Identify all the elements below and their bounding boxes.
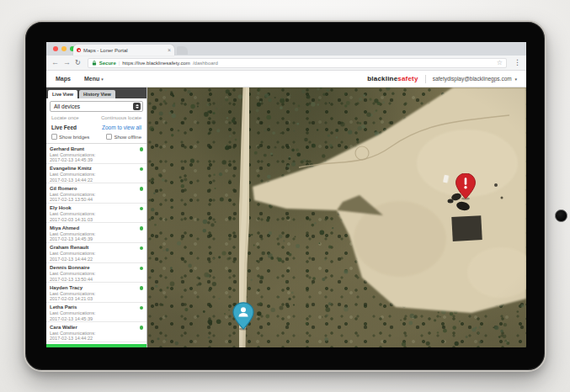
- bookmark-star-icon[interactable]: ☆: [497, 60, 503, 66]
- device-filter-select[interactable]: All devices: [50, 101, 143, 112]
- address-bar[interactable]: Secure | https://live.blacklinesafety.co…: [88, 58, 507, 68]
- user-pin[interactable]: [232, 302, 254, 331]
- tab-strip: Maps - Loner Portal ×: [46, 42, 526, 56]
- nav-menu[interactable]: Menu▾: [84, 76, 104, 82]
- status-online-dot: [140, 326, 144, 330]
- status-online-dot: [140, 147, 144, 151]
- tab-favicon-icon: [77, 48, 81, 52]
- satellite-map[interactable]: [147, 87, 526, 347]
- window-controls: [53, 46, 75, 51]
- select-arrows-icon: [133, 103, 141, 110]
- device-list: Gerhard Brunt Last Communications: 2017-…: [46, 143, 146, 347]
- url-separator: |: [119, 61, 120, 66]
- status-online-dot: [140, 286, 144, 290]
- browser-toolbar: ← → ↻ Secure | https://live.blacklinesaf…: [46, 56, 526, 71]
- stage: Maps - Loner Portal × ← → ↻ Secure | htt…: [0, 0, 570, 392]
- status-online-dot: [140, 167, 144, 172]
- status-online-dot: [140, 187, 144, 191]
- url-path: /dashboard: [193, 61, 218, 66]
- exclamation-icon: [465, 177, 467, 185]
- secure-label: Secure: [99, 61, 116, 66]
- home-button[interactable]: [555, 209, 567, 222]
- map-equipment-pad: [451, 215, 482, 241]
- device-row[interactable]: Gerhard Brunt Last Communications: 2017-…: [46, 144, 146, 164]
- nav-maps[interactable]: Maps: [56, 76, 71, 82]
- url-host: https://live.blacklinesafety.com: [122, 61, 190, 66]
- back-icon[interactable]: ←: [51, 59, 59, 66]
- device-row[interactable]: Gil Romero Last Communications: 2017-02-…: [46, 183, 146, 204]
- sidebar-footer-bar: [46, 344, 146, 347]
- device-row[interactable]: Ely Hook Last Communications: 2017-02-03…: [46, 204, 146, 224]
- status-online-dot: [140, 226, 144, 230]
- device-sidebar: Live View History View All devices Locat…: [46, 87, 147, 347]
- forward-icon[interactable]: →: [63, 59, 71, 66]
- padlock-icon: [92, 61, 97, 66]
- device-row[interactable]: Hayden Tracy Last Communications: 2017-0…: [46, 283, 146, 303]
- continuous-locate-button[interactable]: Continuous locate: [101, 115, 141, 120]
- browser-tab[interactable]: Maps - Loner Portal ×: [73, 45, 174, 56]
- checkbox-icon: [51, 134, 57, 140]
- map-artwork: [147, 87, 526, 347]
- chevron-down-icon: ▾: [514, 77, 517, 82]
- tab-live-view[interactable]: Live View: [48, 90, 77, 98]
- device-row[interactable]: Graham Renault Last Communications: 2017…: [46, 243, 146, 263]
- account-menu[interactable]: safetydisplay@blacklinegps.com ▾: [433, 76, 517, 82]
- status-online-dot: [140, 306, 144, 310]
- app-header: Maps Menu▾ blacklinesafety safetydisplay…: [46, 71, 526, 87]
- browser-window: Maps - Loner Portal × ← → ↻ Secure | htt…: [46, 42, 526, 347]
- status-online-dot: [140, 246, 144, 251]
- zoom-to-view-all-link[interactable]: Zoom to view all: [102, 124, 141, 130]
- show-bridges-checkbox[interactable]: Show bridges: [51, 134, 89, 140]
- sidebar-tab-bar: Live View History View: [46, 87, 146, 98]
- show-offline-checkbox[interactable]: Show offline: [106, 134, 141, 140]
- status-online-dot: [140, 207, 144, 211]
- browser-menu-icon[interactable]: ⋮: [514, 59, 521, 66]
- device-row[interactable]: Cara Waller Last Communications: 2017-02…: [46, 322, 146, 342]
- header-divider: [425, 75, 426, 83]
- new-tab-button[interactable]: [177, 46, 188, 55]
- tab-close-icon[interactable]: ×: [168, 47, 171, 53]
- alert-pin[interactable]: [455, 173, 476, 200]
- live-feed-title: Live Feed: [51, 124, 77, 130]
- checkbox-icon: [106, 134, 112, 140]
- close-window-button[interactable]: [53, 46, 58, 51]
- tab-title: Maps - Loner Portal: [83, 48, 165, 53]
- blackline-safety-logo: blacklinesafety: [367, 75, 418, 82]
- device-row[interactable]: Dennis Bonnaire Last Communications: 201…: [46, 263, 146, 283]
- reload-icon[interactable]: ↻: [75, 59, 81, 66]
- device-row[interactable]: Letha Paris Last Communications: 2017-02…: [46, 303, 146, 323]
- app-nav: Maps Menu▾: [56, 76, 104, 82]
- tab-history-view[interactable]: History View: [79, 90, 115, 98]
- device-row[interactable]: Miya Ahmed Last Communications: 2017-02-…: [46, 223, 146, 243]
- locate-once-button[interactable]: Locate once: [51, 115, 79, 120]
- device-row[interactable]: Evangeline Kmitz Last Communications: 20…: [46, 164, 146, 184]
- minimize-window-button[interactable]: [61, 46, 67, 51]
- chevron-down-icon: ▾: [101, 77, 104, 82]
- status-online-dot: [140, 267, 144, 271]
